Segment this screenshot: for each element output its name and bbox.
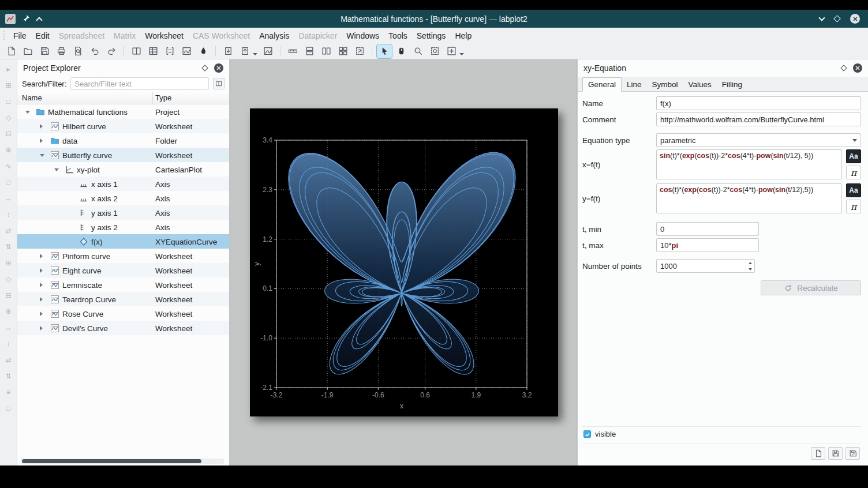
left-tool-grid2-icon[interactable]: ⊞ [3, 258, 14, 268]
navigate-mode-button[interactable] [394, 44, 409, 58]
expander-icon[interactable] [40, 326, 43, 331]
tab-line[interactable]: Line [622, 78, 647, 91]
left-tool-box-icon[interactable]: □ [3, 96, 14, 107]
expander-icon[interactable] [40, 283, 43, 287]
tmax-field[interactable]: 10*pi [656, 238, 759, 252]
new-workbook-button[interactable] [129, 44, 144, 58]
tree-row-worksheet[interactable]: Lemniscate Worksheet [17, 277, 229, 292]
maximize-button[interactable] [833, 15, 841, 22]
new-file-button[interactable] [3, 44, 18, 58]
left-tool-box3-icon[interactable]: □ [3, 403, 14, 414]
expander-icon[interactable] [25, 111, 30, 114]
zoom-select-mode-button[interactable] [410, 44, 425, 58]
search-input[interactable]: Search/Filter text [70, 77, 209, 90]
print-button[interactable] [54, 44, 69, 58]
insert-function-button[interactable]: π [846, 166, 861, 179]
tree-header[interactable]: Name Type [17, 92, 229, 104]
menu-worksheet[interactable]: Worksheet [140, 29, 188, 42]
tree-row-axis[interactable]: x axis 2 Axis [17, 191, 229, 205]
new-worksheet-button[interactable] [179, 44, 194, 58]
menubar-handle[interactable] [3, 31, 6, 40]
redo-button[interactable] [104, 44, 119, 58]
left-tool-collapse2-icon[interactable]: ⊟ [3, 290, 14, 301]
left-tool-curve-icon[interactable]: ∿ [3, 161, 14, 171]
menu-analysis[interactable]: Analysis [255, 29, 294, 42]
spin-down-button[interactable] [746, 266, 754, 272]
menu-settings[interactable]: Settings [412, 29, 451, 42]
export-dropdown-caret[interactable] [253, 53, 257, 55]
menu-windows[interactable]: Windows [342, 29, 384, 42]
float-panel-icon[interactable] [201, 65, 208, 71]
pin-icon[interactable] [23, 14, 30, 24]
points-spinbox[interactable]: 1000 [656, 259, 755, 273]
column-name[interactable]: Name [17, 92, 153, 104]
expander-icon[interactable] [40, 311, 43, 316]
minimize-button[interactable] [818, 14, 825, 21]
x-equation-field[interactable]: sin(t)*(exp(cos(t))-2*cos(4*t)-pow(sin(t… [656, 149, 842, 179]
left-tool-diamond2-icon[interactable]: ◇ [3, 274, 14, 284]
tree-row-axis[interactable]: y axis 2 Axis [17, 220, 229, 234]
left-tool-vswap-icon[interactable]: ⇅ [3, 242, 14, 252]
y-equation-field[interactable]: cos(t)*(exp(cos(t))-2*cos(4*t)-pow(sin(t… [656, 183, 842, 213]
select-mode-button[interactable] [377, 44, 392, 58]
new-spreadsheet-button[interactable] [145, 44, 160, 58]
menu-edit[interactable]: Edit [31, 29, 54, 42]
zoom-fit-button[interactable] [427, 44, 442, 58]
new-plot-button[interactable] [260, 44, 275, 58]
left-tool-cursor-icon[interactable]: ▸ [3, 64, 14, 74]
tree-row-worksheet[interactable]: Hilbert curve Worksheet [17, 119, 229, 133]
tree-row-project[interactable]: Mathematical functions Project [17, 104, 229, 119]
shade-button[interactable] [36, 17, 42, 23]
tree-row-equation-curve[interactable]: f(x) XYEquationCurve [17, 234, 229, 249]
grid-layout-button[interactable] [335, 44, 350, 58]
tree-row-worksheet[interactable]: Eight curve Worksheet [17, 263, 229, 277]
close-panel-icon[interactable] [853, 63, 862, 73]
load-template-button[interactable] [811, 447, 825, 460]
left-tool-swap-icon[interactable]: ⇄ [3, 226, 14, 236]
configure-columns-button[interactable] [213, 78, 225, 89]
equation-type-select[interactable]: parametric [656, 133, 861, 147]
comment-field[interactable]: http://mathworld.wolfram.com/ButterflyCu… [656, 112, 861, 126]
horizontal-scrollbar[interactable] [21, 459, 225, 464]
horizontal-layout-button[interactable] [319, 44, 334, 58]
butterfly-plot[interactable]: -3.2-1.9-0.60.61.93.23.42.31.20.1-1.0-2.… [250, 108, 558, 416]
titlebar[interactable]: Mathematical functions - [Butterfly curv… [0, 10, 868, 28]
tab-symbol[interactable]: Symbol [647, 78, 683, 91]
left-tool-hrange2-icon[interactable]: ↔ [3, 322, 14, 333]
spin-up-button[interactable] [746, 260, 754, 266]
import-button[interactable] [220, 44, 235, 58]
expander-icon[interactable] [40, 124, 43, 129]
visible-checkbox[interactable] [583, 430, 591, 438]
tree-row-axis[interactable]: x axis 1 Axis [17, 177, 229, 191]
left-tool-hrange-icon[interactable]: ↔ [3, 193, 14, 204]
tree-row-folder[interactable]: data Folder [17, 133, 229, 148]
tree-row-axis[interactable]: y axis 1 Axis [17, 205, 229, 220]
left-tool-swap2-icon[interactable]: ⇄ [3, 355, 14, 365]
tab-filling[interactable]: Filling [717, 78, 747, 91]
expander-icon[interactable] [40, 297, 43, 302]
plot-canvas[interactable]: -3.2-1.9-0.60.61.93.23.42.31.20.1-1.0-2.… [250, 108, 558, 416]
float-panel-icon[interactable] [840, 65, 847, 71]
name-field[interactable]: f(x) [656, 96, 861, 110]
open-file-button[interactable] [20, 44, 35, 58]
left-tool-add2-icon[interactable]: ⊕ [3, 306, 14, 317]
left-tool-add-icon[interactable]: ⊕ [3, 145, 14, 155]
save-template-button[interactable] [828, 447, 843, 460]
column-type[interactable]: Type [153, 93, 229, 102]
tab-general[interactable]: General [582, 77, 622, 92]
new-note-button[interactable] [196, 44, 211, 58]
tmin-field[interactable]: 0 [656, 222, 759, 236]
print-preview-button[interactable] [70, 44, 85, 58]
undo-button[interactable] [87, 44, 102, 58]
insert-constant-button[interactable]: Aa [846, 183, 861, 197]
close-panel-icon[interactable] [214, 63, 223, 73]
expander-icon[interactable] [40, 138, 43, 143]
expander-icon[interactable] [40, 254, 43, 258]
scrollbar-thumb[interactable] [22, 459, 201, 463]
expander-icon[interactable] [40, 268, 43, 273]
tree-row-plot[interactable]: xy-plot CartesianPlot [17, 162, 229, 177]
left-tool-grid-icon[interactable]: ⊞ [3, 80, 14, 91]
scale-auto-button[interactable] [285, 44, 300, 58]
insert-constant-button[interactable]: Aa [846, 149, 861, 163]
fit-selection-button[interactable] [352, 44, 367, 58]
